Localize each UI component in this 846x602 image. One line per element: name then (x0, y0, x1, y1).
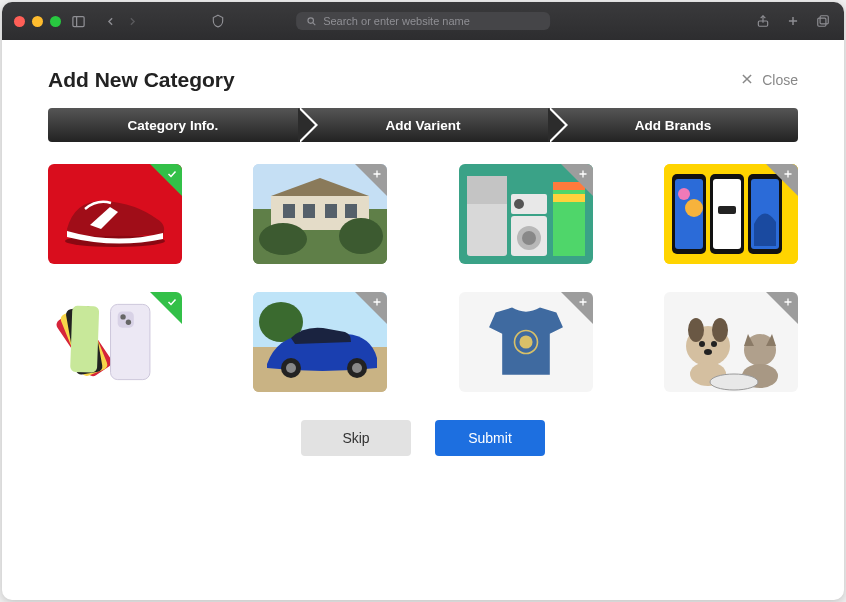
svg-point-2 (308, 17, 314, 23)
svg-point-31 (522, 231, 536, 245)
svg-point-74 (711, 341, 717, 347)
svg-rect-52 (70, 306, 99, 373)
add-badge (561, 292, 593, 324)
titlebar: Search or enter website name (2, 2, 844, 40)
svg-rect-19 (345, 204, 357, 218)
add-badge (561, 164, 593, 196)
svg-point-63 (352, 363, 362, 373)
svg-point-56 (126, 320, 131, 325)
svg-point-40 (678, 188, 690, 200)
step-add-variant[interactable]: Add Varient (298, 108, 548, 142)
add-badge (355, 292, 387, 324)
plus-icon (371, 168, 383, 180)
category-card-car[interactable] (253, 292, 387, 392)
check-icon (166, 168, 178, 180)
svg-point-61 (286, 363, 296, 373)
maximize-window-dot[interactable] (50, 16, 61, 27)
address-bar-placeholder: Search or enter website name (323, 15, 470, 27)
plus-icon (577, 296, 589, 308)
svg-rect-18 (325, 204, 337, 218)
category-card-appliances[interactable] (459, 164, 593, 264)
share-icon[interactable] (754, 12, 772, 30)
svg-point-55 (120, 314, 125, 319)
address-bar[interactable]: Search or enter website name (296, 12, 550, 30)
minimize-window-dot[interactable] (32, 16, 43, 27)
category-card-tshirt[interactable] (459, 292, 593, 392)
step-add-brands[interactable]: Add Brands (548, 108, 798, 142)
add-badge (766, 164, 798, 196)
svg-point-71 (688, 318, 704, 342)
tabs-icon[interactable] (814, 12, 832, 30)
svg-point-73 (699, 341, 705, 347)
page-content: Add New Category Close Category Info. Ad… (2, 40, 844, 600)
category-card-phones[interactable] (664, 164, 798, 264)
category-card-house[interactable] (253, 164, 387, 264)
svg-rect-8 (818, 18, 826, 26)
svg-point-81 (710, 374, 758, 390)
svg-rect-7 (820, 16, 828, 24)
svg-rect-44 (718, 206, 736, 214)
svg-point-20 (259, 223, 307, 255)
svg-point-28 (514, 199, 524, 209)
svg-rect-17 (303, 204, 315, 218)
plus-icon (782, 168, 794, 180)
svg-rect-26 (467, 176, 507, 204)
add-badge (355, 164, 387, 196)
close-icon (740, 72, 754, 89)
plus-icon (371, 296, 383, 308)
search-icon (306, 16, 317, 27)
shield-icon[interactable] (209, 12, 227, 30)
new-tab-icon[interactable] (784, 12, 802, 30)
browser-window: Search or enter website name Add New Cat… (2, 2, 844, 600)
check-icon (166, 296, 178, 308)
add-badge (766, 292, 798, 324)
svg-point-41 (685, 199, 703, 217)
skip-button[interactable]: Skip (301, 420, 411, 456)
selected-badge (150, 292, 182, 324)
svg-point-75 (704, 349, 712, 355)
back-icon[interactable] (101, 12, 119, 30)
category-card-pets[interactable] (664, 292, 798, 392)
category-grid (48, 164, 798, 392)
page-title: Add New Category (48, 68, 235, 92)
sidebar-toggle-icon[interactable] (69, 12, 87, 30)
close-window-dot[interactable] (14, 16, 25, 27)
svg-point-72 (712, 318, 728, 342)
category-card-iphone[interactable] (48, 292, 182, 392)
close-button[interactable]: Close (740, 72, 798, 89)
category-card-shoe[interactable] (48, 164, 182, 264)
action-buttons: Skip Submit (48, 420, 798, 456)
plus-icon (577, 168, 589, 180)
svg-point-21 (339, 218, 383, 254)
svg-rect-0 (72, 16, 83, 26)
submit-button[interactable]: Submit (435, 420, 545, 456)
plus-icon (782, 296, 794, 308)
close-label: Close (762, 72, 798, 88)
svg-rect-16 (283, 204, 295, 218)
step-category-info[interactable]: Category Info. (48, 108, 298, 142)
window-controls (14, 16, 61, 27)
stepper: Category Info. Add Varient Add Brands (48, 108, 798, 142)
svg-rect-54 (118, 312, 134, 328)
forward-icon[interactable] (123, 12, 141, 30)
svg-line-3 (313, 22, 316, 25)
selected-badge (150, 164, 182, 196)
svg-point-67 (519, 335, 532, 348)
